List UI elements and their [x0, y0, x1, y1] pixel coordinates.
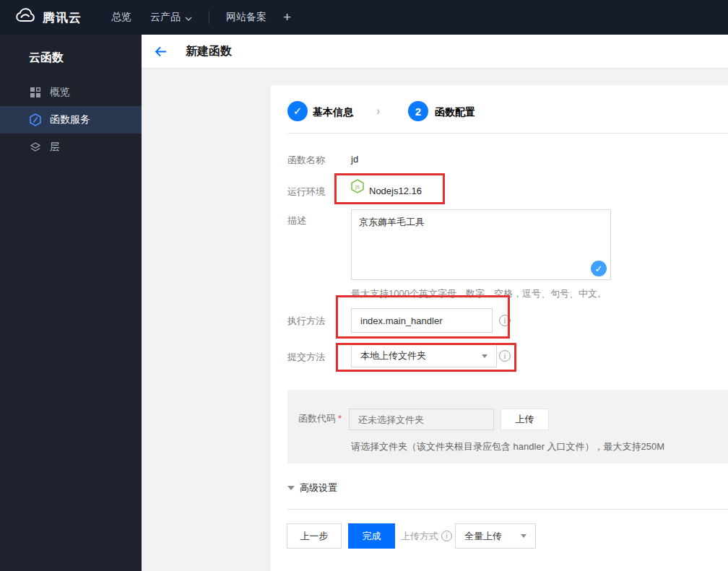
page-header: 新建函数 [142, 35, 728, 69]
grid-icon [29, 86, 42, 99]
step-2-circle: 2 [408, 101, 428, 121]
nav-item-overview[interactable]: 总览 [102, 0, 141, 35]
function-name-value: jd [351, 154, 358, 165]
nav-item-cloud-products[interactable]: 云产品 [141, 0, 202, 35]
page-title: 新建函数 [186, 44, 232, 59]
info-icon[interactable]: i [499, 315, 511, 326]
upload-mode: 上传方式 i [401, 523, 452, 549]
step-1-circle: ✓ [287, 101, 308, 121]
caret-down-icon [482, 354, 488, 358]
sidebar-item-label: 函数服务 [50, 113, 90, 126]
sidebar-item-label: 概览 [50, 86, 70, 99]
sidebar-item-function-service[interactable]: 函数服务 [0, 106, 142, 134]
nav-item-label: 总览 [111, 11, 131, 24]
nav-item-label: 云产品 [150, 11, 181, 24]
description-hint: 最大支持1000个英文字母，数字，空格，逗号、句号、中文。 [351, 287, 607, 300]
sidebar: 云函数 概览 函数服务 层 [0, 35, 142, 571]
function-code-hint: 请选择文件夹（该文件夹根目录应包含 handler 入口文件），最大支持250M [351, 440, 664, 453]
sidebar-title: 云函数 [0, 35, 142, 79]
cloud-logo-icon [13, 7, 36, 27]
function-name-label: 函数名称 [287, 154, 325, 167]
nav-divider [209, 11, 209, 24]
submit-method-value: 本地上传文件夹 [360, 349, 426, 362]
triangle-down-icon [287, 486, 295, 490]
caret-down-icon [521, 534, 526, 538]
nav-item-website-filing[interactable]: 网站备案 [217, 0, 276, 35]
info-icon[interactable]: i [441, 531, 452, 541]
nav-links: 总览 云产品 网站备案 + [102, 0, 298, 35]
valid-check-icon: ✓ [591, 261, 607, 276]
function-hexagon-icon [29, 113, 42, 126]
check-icon: ✓ [293, 105, 303, 118]
sidebar-item-overview[interactable]: 概览 [0, 79, 142, 106]
nodejs-icon: js [351, 179, 364, 196]
chevron-right-icon: › [376, 105, 380, 118]
function-code-section: 函数代码* 上传 请选择文件夹（该文件夹根目录应包含 handler 入口文件）… [287, 390, 728, 463]
create-function-panel: ✓ 基本信息 › 2 函数配置 函数名称 jd 运行环境 js Nodejs12… [271, 85, 728, 571]
required-asterisk: * [338, 413, 342, 424]
description-label: 描述 [287, 214, 306, 227]
divider [287, 509, 728, 510]
layers-icon [29, 141, 42, 154]
submit-method-select[interactable]: 本地上传文件夹 [351, 344, 497, 367]
sidebar-item-label: 层 [50, 141, 60, 154]
upload-mode-select[interactable]: 全量上传 [455, 523, 536, 549]
upload-button[interactable]: 上传 [500, 409, 549, 430]
advanced-settings-label: 高级设置 [300, 481, 337, 494]
add-nav-tab-button[interactable]: + [276, 0, 298, 35]
finish-button[interactable]: 完成 [348, 523, 395, 549]
handler-input[interactable] [351, 308, 493, 333]
advanced-settings-toggle[interactable]: 高级设置 [287, 481, 337, 494]
function-code-label-text: 函数代码 [298, 413, 336, 424]
runtime-value: Nodejs12.16 [369, 186, 422, 196]
step-1-label: 基本信息 [313, 106, 353, 119]
function-code-label: 函数代码* [298, 412, 342, 425]
chevron-down-icon [185, 12, 192, 23]
svg-text:js: js [355, 183, 360, 190]
upload-mode-value: 全量上传 [464, 530, 502, 543]
folder-path-input[interactable] [349, 409, 494, 430]
divider [288, 133, 728, 134]
step-2-number: 2 [415, 105, 421, 118]
description-textarea[interactable]: 京东薅羊毛工具 [351, 209, 611, 280]
nav-item-label: 网站备案 [226, 11, 266, 24]
submit-method-label: 提交方法 [287, 351, 325, 364]
brand-name: 腾讯云 [43, 9, 82, 26]
prev-step-button[interactable]: 上一步 [287, 523, 342, 549]
upload-mode-label: 上传方式 [401, 530, 438, 543]
handler-label: 执行方法 [287, 315, 325, 328]
back-button[interactable] [155, 46, 167, 57]
info-icon[interactable]: i [499, 350, 511, 362]
top-navbar: 腾讯云 总览 云产品 网站备案 + [0, 0, 728, 35]
runtime-label: 运行环境 [287, 186, 325, 199]
arrow-left-icon [155, 46, 167, 57]
sidebar-item-layers[interactable]: 层 [0, 134, 142, 161]
tencent-cloud-logo[interactable]: 腾讯云 [0, 7, 82, 27]
step-2-label: 函数配置 [435, 106, 475, 119]
